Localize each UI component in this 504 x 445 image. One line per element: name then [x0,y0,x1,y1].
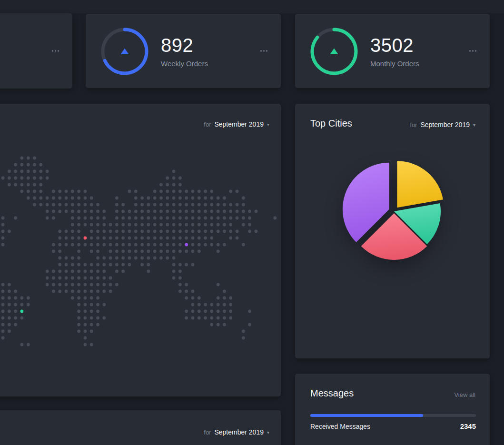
more-options-icon[interactable] [468,48,477,55]
map-dot [178,230,182,233]
map-dot [46,270,49,273]
map-dot [52,250,55,253]
map-dot [20,170,24,173]
map-dot [210,210,214,213]
map-dot [90,323,93,326]
map-dot [52,290,55,293]
map-dot [128,250,131,253]
map-dot [27,303,30,307]
map-dot [242,197,245,200]
map-dot [1,177,5,180]
map-dot [172,270,176,273]
map-dot [77,297,80,300]
map-dot [178,270,182,273]
map-dot [109,237,112,240]
map-dot [210,203,214,207]
map-dot [96,310,99,313]
map-dot [109,223,112,227]
more-options-icon[interactable] [51,48,60,55]
map-dot [109,277,112,280]
map-dot [84,270,87,273]
map-dot [128,257,131,260]
map-dot [8,230,11,233]
map-dot [84,316,87,320]
card-title: Top Cities [310,118,352,129]
map-dot [65,203,68,207]
map-dot [84,290,87,293]
pie-chart [339,157,449,266]
map-dot [90,223,93,227]
top-cities-card: Top Cities for September 2019 ▾ Copenhag… [295,104,490,358]
map-dot [1,230,5,233]
map-dot [140,230,144,233]
map-dot [229,230,232,233]
map-dot [248,217,251,220]
map-dot [166,183,169,187]
map-dot [159,203,163,207]
map-dot [102,290,106,293]
map-dot [39,177,42,180]
map-dot [140,237,144,240]
map-dot [204,237,207,240]
caret-down-icon: ▾ [473,122,475,128]
map-dot [178,203,182,207]
map-dot [65,270,68,273]
map-dot [77,210,80,213]
map-dot [191,310,195,313]
map-dot [14,170,17,173]
map-dot [210,230,214,233]
map-dot [52,283,55,287]
map-dot [102,263,106,267]
map-dot [33,170,36,173]
map-dot [198,237,201,240]
month-filter-dropdown[interactable]: for September 2019 ▾ [204,428,269,436]
map-dot [8,316,11,320]
month-filter-dropdown[interactable]: for September 2019 ▾ [410,121,475,129]
map-dot [1,217,5,220]
map-dot [185,316,188,320]
map-dot [236,237,239,240]
map-dot [159,243,163,247]
map-dot [121,217,125,220]
map-dot [140,243,144,247]
view-all-link[interactable]: View all [454,391,475,398]
map-dot [229,310,232,313]
map-dot [27,177,30,180]
map-dot [14,310,17,313]
map-dot [210,243,214,247]
map-dot [65,243,68,247]
map-dot [134,257,138,260]
map-dot [185,223,188,227]
map-dot [77,330,80,333]
more-options-icon[interactable] [259,48,268,55]
monthly-orders-label: Monthly Orders [370,59,419,68]
map-dot [46,283,49,287]
map-dot [229,297,232,300]
map-city-marker[interactable] [84,237,87,240]
map-dot [71,243,74,247]
map-dot [223,223,226,227]
map-dot [178,223,182,227]
received-messages-value: 2345 [460,422,476,430]
map-dot [71,197,74,200]
map-dot [166,210,169,213]
map-dot [20,316,24,320]
map-dot [65,257,68,260]
map-dot [90,270,93,273]
map-dot [102,237,106,240]
map-dot [166,257,169,260]
map-dot [128,237,131,240]
map-dot [90,310,93,313]
map-dot [46,177,49,180]
map-dot [204,243,207,247]
map-dot [71,217,74,220]
map-dot [153,243,157,247]
map-dot [185,297,188,300]
map-dot [52,243,55,247]
map-dot [134,217,138,220]
map-dot [115,237,119,240]
map-dot [65,197,68,200]
map-city-marker[interactable] [185,243,188,247]
map-dot [128,230,131,233]
map-city-marker[interactable] [20,310,24,313]
